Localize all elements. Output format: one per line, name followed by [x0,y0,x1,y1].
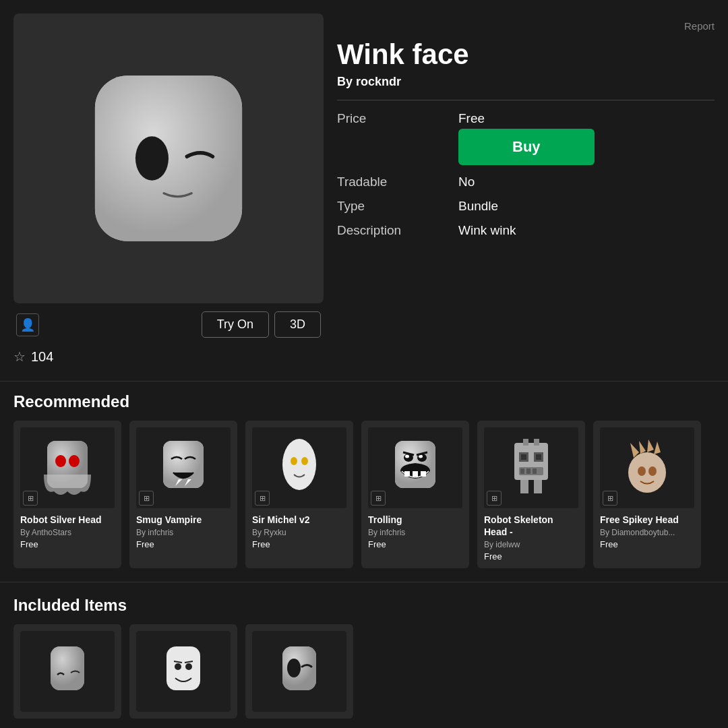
rec-item-by: By AnthoStars [20,528,115,537]
svg-rect-31 [520,468,524,474]
type-label: Type [337,199,458,214]
bundle-icon: ⊞ [139,491,154,506]
rec-image-5: ⊞ [600,427,694,508]
view-buttons: Try On 3D [202,311,321,338]
recommended-grid: ⊞ Robot Silver Head By AnthoStars Free [13,421,715,568]
list-item[interactable] [245,624,353,719]
svg-marker-38 [639,441,646,454]
details-grid: Price Free Buy Tradable No Type Bundle D… [337,111,715,238]
avatar-icon[interactable]: 👤 [16,313,39,336]
svg-point-12 [291,457,297,465]
list-item[interactable]: ⊞ Free Spikey Head By Diamondboytub... F… [593,421,701,568]
tradable-label: Tradable [337,175,458,189]
rec-item-by: By infchris [136,528,231,537]
list-item[interactable]: ⊞ Trolling By infchris Free [361,421,469,568]
recommended-divider [0,381,728,382]
bundle-icon: ⊞ [255,491,270,506]
rec-image-2: ⊞ [252,427,346,508]
svg-rect-8 [163,441,204,488]
description-label: Description [337,223,458,238]
inc-image-2 [252,631,346,712]
svg-point-50 [287,659,301,677]
rec-item-name: Free Spikey Head [600,514,694,526]
top-section: 👤 Try On 3D ☆ 104 Report Wink face By ro… [0,0,728,367]
svg-marker-39 [647,439,654,452]
list-item[interactable]: ⊞ Smug Vampire By infchris Free [129,421,237,568]
list-item[interactable]: ⊞ Robot Silver Head By AnthoStars Free [13,421,121,568]
rec-item-price: Free [252,539,346,549]
recommended-title: Recommended [13,392,715,411]
rec-item-price: Free [368,539,462,549]
list-item[interactable]: ⊞ Robot Skeleton Head - By idelww Free [477,421,585,568]
rec-item-price: Free [484,551,578,562]
type-value: Bundle [458,199,715,214]
price-text: Free [458,111,715,126]
rec-item-name: Robot Skeleton Head - [484,514,578,538]
rec-item-price: Free [20,539,115,549]
included-section: Included Items [0,596,728,719]
rec-face-graphic [156,437,210,498]
rec-item-price: Free [136,539,231,549]
rating-row: ☆ 104 [13,346,324,367]
bundle-icon: ⊞ [371,491,386,506]
price-label: Price [337,111,458,165]
rec-image-1: ⊞ [136,427,231,508]
included-divider [0,582,728,582]
svg-rect-17 [413,471,418,477]
buy-button[interactable]: Buy [458,129,595,165]
svg-point-11 [282,439,316,490]
svg-point-41 [638,466,646,476]
wink-face-graphic [74,57,263,260]
included-face-graphic [272,641,326,702]
rating-count: 104 [31,349,53,365]
star-icon[interactable]: ☆ [13,348,26,365]
rec-image-3: ⊞ [368,427,462,508]
svg-rect-28 [521,454,526,460]
rec-item-by: By infchris [368,528,462,537]
bundle-icon: ⊞ [23,491,38,506]
svg-rect-33 [533,468,537,474]
svg-point-36 [628,452,666,493]
svg-rect-34 [520,480,528,493]
report-link[interactable]: Report [337,20,715,32]
included-title: Included Items [13,596,715,615]
item-preview: 👤 Try On 3D ☆ 104 [13,13,324,367]
svg-point-47 [185,663,192,670]
svg-rect-35 [534,480,542,493]
author-prefix: By [337,75,353,88]
list-item[interactable] [129,624,237,719]
list-item[interactable]: ⊞ Sir Michel v2 By Ryxku Free [245,421,353,568]
bundle-icon: ⊞ [603,491,617,506]
svg-rect-29 [536,454,541,460]
svg-rect-16 [404,471,410,477]
svg-rect-25 [534,439,539,446]
svg-point-5 [55,455,66,467]
svg-point-2 [135,136,169,180]
rec-item-price: Free [600,539,694,549]
rec-face-graphic [272,437,326,498]
tradable-value: No [458,175,715,189]
author-name[interactable]: rockndr [356,75,401,88]
item-title: Wink face [337,38,715,71]
try-on-button[interactable]: Try On [202,311,269,338]
rec-image-0: ⊞ [20,427,115,508]
included-grid [13,624,715,719]
rec-face-graphic [388,437,442,498]
rec-item-name: Robot Silver Head [20,514,115,526]
included-face-graphic [156,641,210,702]
view-3d-button[interactable]: 3D [274,311,321,338]
inc-image-1 [136,631,231,712]
svg-rect-24 [523,439,528,446]
svg-point-6 [69,455,80,467]
rec-item-name: Smug Vampire [136,514,231,526]
details-divider [337,100,715,100]
svg-marker-40 [654,442,661,454]
rec-image-4: ⊞ [484,427,578,508]
recommended-section: Recommended ⊞ Robot Silver Head By Antho… [0,392,728,568]
list-item[interactable] [13,624,121,719]
rec-face-graphic [40,437,94,498]
included-face-graphic [40,641,94,702]
rec-face-graphic [504,437,558,498]
svg-rect-44 [51,646,84,690]
rec-item-by: By idelww [484,540,578,549]
